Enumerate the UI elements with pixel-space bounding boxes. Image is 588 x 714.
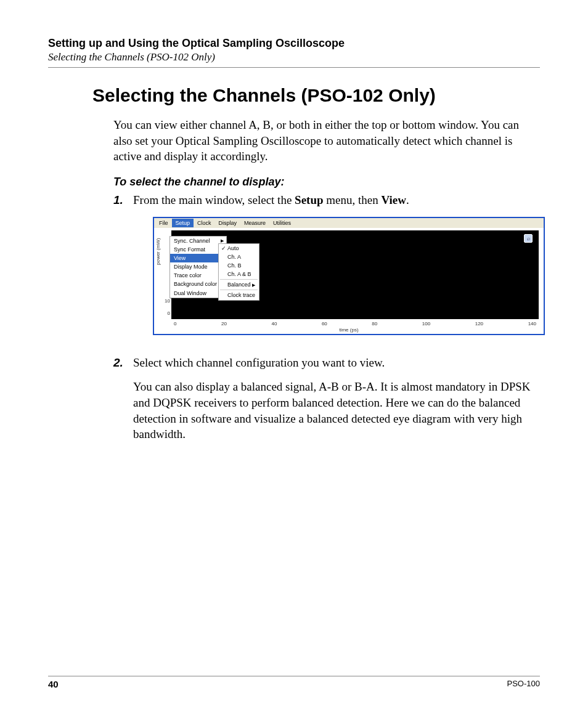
menu-separator	[220, 279, 258, 280]
submenu-item-auto[interactable]: ✓Auto	[219, 244, 259, 253]
x-tick: 60	[322, 321, 327, 328]
zoom-icon[interactable]: ⌕	[524, 234, 533, 243]
chapter-subtitle: Selecting the Channels (PSO-102 Only)	[48, 51, 540, 63]
step-2-line2: You can also display a balanced signal, …	[133, 379, 534, 442]
step-1-text: From the main window, select the Setup m…	[133, 192, 545, 208]
menubar: FileSetupClockDisplayMeasureUtilities	[154, 218, 544, 228]
step-number: 2.	[113, 355, 133, 451]
model-label: PSO-100	[507, 679, 540, 689]
y-tick: 0	[161, 310, 170, 317]
x-tick: 0	[174, 321, 176, 328]
menu-file[interactable]: File	[155, 219, 172, 227]
x-tick: 20	[221, 321, 227, 328]
y-tick: 10	[161, 298, 170, 305]
step-number: 1.	[113, 192, 133, 347]
section-heading: Selecting the Channels (PSO-102 Only)	[92, 85, 540, 106]
x-axis-label: time (ps)	[339, 327, 358, 334]
menu-separator	[220, 290, 258, 290]
view-submenu: ✓AutoCh. ACh. BCh. A & BBalanced▶Clock t…	[218, 243, 259, 301]
menu-utilities[interactable]: Utilities	[269, 219, 295, 227]
menu-display[interactable]: Display	[215, 219, 241, 227]
submenu-item-clock-trace[interactable]: Clock trace	[219, 291, 259, 299]
x-tick: 100	[422, 321, 430, 328]
step-1: 1. From the main window, select the Setu…	[113, 192, 534, 347]
x-tick: 80	[372, 321, 377, 328]
submenu-item-ch-b[interactable]: Ch. B	[219, 261, 259, 270]
submenu-item-ch-a-b[interactable]: Ch. A & B	[219, 270, 259, 278]
header-rule	[48, 67, 540, 68]
submenu-item-ch-a[interactable]: Ch. A	[219, 253, 259, 261]
intro-paragraph: You can view either channel A, B, or bot…	[113, 117, 534, 164]
app-screenshot: FileSetupClockDisplayMeasureUtilities ⌕ …	[153, 217, 545, 335]
step-2-line1: Select which channel configuration you w…	[133, 355, 534, 371]
x-tick: 140	[528, 321, 536, 328]
page-number: 40	[48, 679, 59, 689]
x-tick: 120	[475, 321, 483, 328]
submenu-arrow-icon: ▶	[252, 282, 255, 288]
check-icon: ✓	[221, 245, 227, 252]
step-2: 2. Select which channel configuration yo…	[113, 355, 534, 451]
submenu-item-balanced[interactable]: Balanced▶	[219, 280, 259, 289]
procedure-subheading: To select the channel to display:	[113, 176, 534, 189]
menu-setup[interactable]: Setup	[172, 219, 194, 227]
menu-clock[interactable]: Clock	[194, 219, 215, 227]
x-tick: 40	[271, 321, 277, 328]
y-axis-label: power (mW)	[155, 238, 162, 265]
app-body: ⌕ power (mW) 100 020406080100120140 time…	[154, 228, 544, 334]
footer-rule	[48, 676, 540, 676]
chapter-header: Setting up and Using the Optical Samplin…	[48, 37, 540, 50]
page-footer: 40 PSO-100	[48, 676, 540, 689]
menu-measure[interactable]: Measure	[240, 219, 269, 227]
